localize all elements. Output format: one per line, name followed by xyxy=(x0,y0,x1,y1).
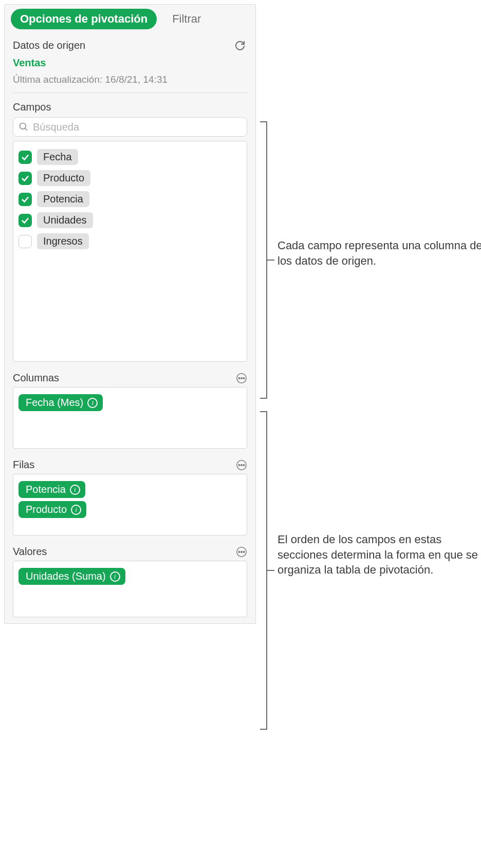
more-icon xyxy=(236,373,247,384)
columns-more-button[interactable] xyxy=(236,373,247,384)
values-zone[interactable]: Unidades (Suma) i xyxy=(13,561,247,617)
source-data-heading: Datos de origen xyxy=(13,40,85,51)
field-checkbox-producto[interactable] xyxy=(18,172,32,185)
pill-label: Potencia xyxy=(26,484,66,495)
rows-more-button[interactable] xyxy=(236,459,247,471)
callout-text-fields: Cada campo representa una columna de los… xyxy=(278,238,481,268)
row-pill-potencia[interactable]: Potencia i xyxy=(18,481,85,498)
field-chip-ingresos[interactable]: Ingresos xyxy=(37,233,89,249)
field-checkbox-fecha[interactable] xyxy=(18,151,32,164)
tab-pivot-options[interactable]: Opciones de pivotación xyxy=(11,9,157,29)
field-chip-producto[interactable]: Producto xyxy=(37,170,90,186)
row-pill-producto[interactable]: Producto i xyxy=(18,501,86,518)
search-field-wrapper[interactable] xyxy=(13,117,247,137)
check-icon xyxy=(21,174,30,183)
rows-zone[interactable]: Potencia i Producto i xyxy=(13,474,247,535)
svg-line-1 xyxy=(25,128,27,131)
column-pill-fecha-mes[interactable]: Fecha (Mes) i xyxy=(18,394,103,411)
refresh-button[interactable] xyxy=(234,39,247,52)
svg-point-5 xyxy=(243,377,245,379)
svg-point-12 xyxy=(241,551,243,552)
info-icon[interactable]: i xyxy=(70,485,80,495)
field-row: Ingresos xyxy=(18,231,242,252)
columns-zone[interactable]: Fecha (Mes) i xyxy=(13,387,247,449)
svg-point-11 xyxy=(238,551,240,552)
pill-label: Producto xyxy=(26,504,67,515)
svg-point-13 xyxy=(243,551,245,552)
field-row: Producto xyxy=(18,168,242,189)
callout-tick xyxy=(267,570,274,571)
values-heading: Valores xyxy=(13,546,47,558)
svg-point-7 xyxy=(238,464,240,466)
field-checkbox-potencia[interactable] xyxy=(18,193,32,206)
fields-search-input[interactable] xyxy=(33,121,242,133)
svg-point-4 xyxy=(241,377,243,379)
pill-label: Fecha (Mes) xyxy=(26,397,83,409)
callout-bracket-bottom xyxy=(260,411,267,730)
svg-point-0 xyxy=(20,123,26,130)
pivot-options-panel: Opciones de pivotación Filtrar Datos de … xyxy=(4,4,256,624)
field-checkbox-ingresos[interactable] xyxy=(18,235,32,248)
info-icon[interactable]: i xyxy=(87,398,98,408)
svg-point-8 xyxy=(241,464,243,466)
pill-label: Unidades (Suma) xyxy=(26,570,106,582)
rows-heading: Filas xyxy=(13,459,34,471)
check-icon xyxy=(21,195,30,204)
refresh-icon xyxy=(234,39,246,51)
field-chip-fecha[interactable]: Fecha xyxy=(37,149,78,165)
source-table-name[interactable]: Ventas xyxy=(13,57,247,69)
field-row: Potencia xyxy=(18,189,242,210)
more-icon xyxy=(236,546,247,558)
more-icon xyxy=(236,459,247,471)
callout-tick xyxy=(267,260,274,261)
svg-point-3 xyxy=(238,377,240,379)
search-icon xyxy=(18,122,29,132)
info-icon[interactable]: i xyxy=(71,505,81,515)
tab-bar: Opciones de pivotación Filtrar xyxy=(5,5,255,36)
tab-filter[interactable]: Filtrar xyxy=(172,12,201,26)
field-row: Unidades xyxy=(18,210,242,231)
fields-heading: Campos xyxy=(13,101,247,113)
info-icon[interactable]: i xyxy=(110,571,120,582)
field-chip-potencia[interactable]: Potencia xyxy=(37,191,89,207)
callout-bracket-top xyxy=(260,121,267,399)
values-more-button[interactable] xyxy=(236,546,247,558)
svg-point-9 xyxy=(243,464,245,466)
check-icon xyxy=(21,216,30,225)
field-chip-unidades[interactable]: Unidades xyxy=(37,212,93,228)
columns-heading: Columnas xyxy=(13,372,59,384)
field-row: Fecha xyxy=(18,146,242,168)
check-icon xyxy=(21,153,30,162)
callout-text-zones: El orden de los campos en estas seccione… xyxy=(278,532,481,578)
fields-list: Fecha Producto Potencia Unidades xyxy=(13,141,247,362)
divider xyxy=(13,93,247,93)
last-updated-label: Última actualización: 16/8/21, 14:31 xyxy=(13,74,247,85)
value-pill-unidades-suma[interactable]: Unidades (Suma) i xyxy=(18,568,125,585)
field-checkbox-unidades[interactable] xyxy=(18,214,32,227)
